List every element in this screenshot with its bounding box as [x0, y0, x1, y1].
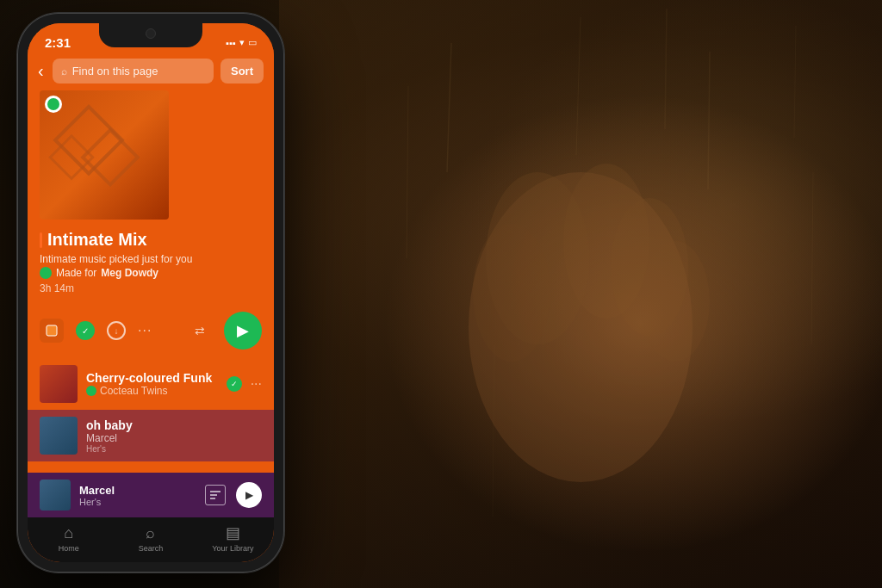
song-item-playing[interactable]: oh baby Marcel Her's [28, 410, 274, 461]
title-accent [40, 232, 42, 248]
song-info: Cherry-coloured Funk Cocteau Twins [86, 371, 218, 397]
nav-library[interactable]: ▤ Your Library [192, 523, 274, 556]
songs-list: Cherry-coloured Funk Cocteau Twins ✓ ···… [28, 358, 274, 461]
playlist-title-bar: Intimate Mix [40, 230, 147, 250]
search-nav-icon: ⌕ [146, 524, 155, 542]
now-playing-name: Marcel [79, 484, 196, 497]
now-playing-thumbnail [40, 480, 71, 511]
svg-point-4 [641, 241, 710, 362]
play-button[interactable]: ▶ [224, 312, 262, 350]
library-nav-icon: ▤ [226, 523, 240, 542]
now-playing-controls: ▶ [205, 482, 262, 508]
now-playing-play-button[interactable]: ▶ [236, 482, 262, 508]
svg-line-12 [811, 172, 813, 344]
search-icon: ⌕ [61, 65, 67, 77]
playlist-description: Intimate music picked just for you [40, 253, 192, 265]
nav-home-label: Home [59, 544, 79, 553]
album-art [40, 90, 169, 220]
status-time: 2:31 [45, 35, 71, 50]
song-name: Cherry-coloured Funk [86, 371, 218, 385]
now-playing-artist: Her's [79, 497, 196, 507]
check-button[interactable]: ✓ [76, 321, 95, 340]
back-button[interactable]: ‹ [38, 61, 44, 81]
nav-search-label: Search [139, 544, 164, 553]
song-saved-icon: ✓ [227, 376, 242, 392]
svg-line-8 [708, 52, 710, 189]
controls-row: ✓ ↓ ··· ⇄ ▶ [28, 312, 274, 358]
spotify-icon-small [40, 267, 52, 279]
more-options-button[interactable]: ··· [138, 323, 152, 338]
phone-screen: 2:31 ▪▪▪ ▾ ▭ ‹ ⌕ Find on this page Sort [28, 23, 274, 562]
search-area: ‹ ⌕ Find on this page Sort [28, 53, 274, 90]
queue-icon [209, 489, 221, 501]
status-bar: 2:31 ▪▪▪ ▾ ▭ [28, 23, 274, 53]
sort-button[interactable]: Sort [220, 59, 264, 84]
nav-home[interactable]: ⌂ Home [28, 524, 109, 556]
song-thumbnail [40, 365, 78, 403]
queue-button[interactable] [205, 485, 226, 505]
playlist-title: Intimate Mix [47, 230, 147, 250]
nav-search[interactable]: ⌕ Search [109, 524, 191, 556]
made-for-row: Made for Meg Dowdy [40, 267, 158, 279]
nav-library-label: Your Library [212, 544, 253, 553]
phone-wrapper: 2:31 ▪▪▪ ▾ ▭ ‹ ⌕ Find on this page Sort [17, 13, 284, 573]
song-artist: Cocteau Twins [100, 385, 168, 397]
svg-line-9 [794, 26, 796, 138]
signal-icon: ▪▪▪ [226, 38, 236, 48]
song-artist-2: Marcel [86, 432, 117, 444]
song-item[interactable]: Cherry-coloured Funk Cocteau Twins ✓ ··· [28, 358, 274, 410]
album-section: Intimate Mix Intimate music picked just … [28, 90, 274, 312]
song-album: Her's [86, 444, 262, 454]
svg-rect-18 [210, 491, 220, 492]
album-pattern [40, 90, 169, 220]
background-hand [279, 0, 882, 588]
shuffle-button[interactable]: ⇄ [188, 319, 212, 343]
download-button[interactable]: ↓ [107, 321, 126, 340]
battery-icon: ▭ [248, 37, 257, 48]
svg-rect-20 [210, 498, 215, 499]
search-bar[interactable]: ⌕ Find on this page [53, 59, 214, 84]
song-name-2: oh baby [86, 418, 262, 432]
svg-line-11 [665, 9, 667, 129]
made-for-label: Made for [56, 267, 96, 279]
wifi-icon: ▾ [239, 37, 245, 48]
now-playing-bar[interactable]: Marcel Her's ▶ [28, 473, 274, 517]
library-svg [45, 324, 59, 337]
status-icons: ▪▪▪ ▾ ▭ [226, 37, 257, 48]
svg-rect-17 [47, 325, 57, 336]
now-playing-info: Marcel Her's [79, 484, 196, 507]
song-info-2: oh baby Marcel Her's [86, 418, 262, 454]
search-input[interactable]: Find on this page [72, 65, 158, 77]
song-more-button[interactable]: ··· [251, 376, 262, 392]
song-artist-row: Cocteau Twins [86, 385, 218, 397]
bottom-navigation: ⌂ Home ⌕ Search ▤ Your Library [28, 517, 274, 562]
svg-line-7 [576, 17, 581, 155]
svg-rect-19 [210, 494, 217, 496]
playlist-duration: 3h 14m [40, 282, 74, 294]
phone-frame: 2:31 ▪▪▪ ▾ ▭ ‹ ⌕ Find on this page Sort [17, 13, 284, 573]
verified-icon [86, 386, 96, 396]
library-icon[interactable] [40, 319, 64, 343]
svg-point-5 [473, 224, 550, 362]
home-icon: ⌂ [64, 524, 73, 542]
song-thumbnail-2 [40, 417, 78, 455]
song-artist-row-2: Marcel [86, 432, 262, 444]
svg-line-6 [447, 43, 451, 172]
made-for-user: Meg Dowdy [101, 267, 158, 279]
svg-line-10 [407, 86, 408, 258]
